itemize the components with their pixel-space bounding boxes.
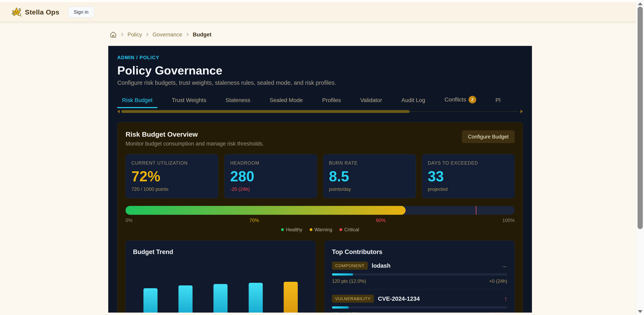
tab-trust-weights[interactable]: Trust Weights <box>167 94 211 108</box>
risk-budget-overview-card: Risk Budget Overview Monitor budget cons… <box>117 122 523 312</box>
contributor-progress-track <box>332 306 507 308</box>
legend-item-warning: Warning <box>310 227 332 232</box>
critical-dot-icon <box>340 228 342 231</box>
trend-bar-12/1 <box>144 288 158 312</box>
policy-governance-panel: ADMIN / POLICY Policy Governance Configu… <box>108 46 532 312</box>
stat-grid: CURRENT UTILIZATION 72% 720 / 1000 point… <box>126 154 515 198</box>
contributor-item-cve-2024-1234: VULNERABILITY CVE-2024-1234 ↑ 95 pts (9.… <box>332 295 507 312</box>
tab-scrollbar-thumb[interactable] <box>121 110 410 113</box>
contributor-delta: +0 (24h) <box>489 278 507 284</box>
contributor-name: lodash <box>372 262 390 269</box>
scale-label-70: 70% <box>249 218 259 223</box>
tab-scroll-right-arrow-icon[interactable] <box>520 110 523 113</box>
tab-scrollbar <box>117 110 523 113</box>
stella-ops-logo-icon <box>11 7 22 17</box>
top-strip <box>0 0 636 3</box>
contributor-drilldown-arrow-icon[interactable]: → <box>501 262 507 269</box>
overview-title: Risk Budget Overview <box>126 130 264 138</box>
contributor-progress-fill <box>332 273 353 275</box>
status-legend: Healthy Warning Critical <box>126 227 515 232</box>
contributor-trend-up-arrow-icon[interactable]: ↑ <box>504 295 507 302</box>
budget-utilization-bar <box>126 206 515 215</box>
tab-staleness[interactable]: Staleness <box>221 94 255 108</box>
tab-audit-log[interactable]: Audit Log <box>396 94 430 108</box>
tab-bar: Risk Budget Trust Weights Staleness Seal… <box>117 93 523 108</box>
tab-profiles[interactable]: Profiles <box>317 94 346 108</box>
contributor-item-lodash: COMPONENT lodash → 120 pts (12.0%) +0 (2… <box>332 262 507 284</box>
contributor-points: 120 pts (12.0%) <box>332 278 366 284</box>
critical-threshold-marker <box>476 206 476 215</box>
breadcrumb-current-budget: Budget <box>193 32 212 38</box>
contributor-stats: 95 pts (9.5%) +10 (24h) <box>332 311 507 312</box>
tab-risk-budget[interactable]: Risk Budget <box>117 94 157 108</box>
breadcrumb-link-policy[interactable]: Policy <box>128 32 142 38</box>
contributor-type-badge: COMPONENT <box>332 262 368 270</box>
legend-item-critical: Critical <box>340 227 359 232</box>
main-content: › Policy › Governance › Budget ADMIN / P… <box>108 30 532 315</box>
contributor-progress-track <box>332 273 507 275</box>
legend-item-healthy: Healthy <box>281 227 302 232</box>
chevron-right-icon: › <box>186 30 189 38</box>
budget-scale-labels: 0% 70% 90% 100% <box>126 218 515 223</box>
contributors-list: COMPONENT lodash → 120 pts (12.0%) +0 (2… <box>332 262 507 312</box>
page-title: Policy Governance <box>117 64 523 77</box>
breadcrumb: › Policy › Governance › Budget <box>108 30 532 39</box>
budget-utilization-fill <box>126 206 406 215</box>
conflicts-count-badge: 2 <box>468 96 476 103</box>
budget-trend-title: Budget Trend <box>133 248 308 256</box>
overview-subtitle: Monitor budget consumption and manage ri… <box>126 141 264 147</box>
trend-bar-12/15 <box>214 284 228 312</box>
breadcrumb-link-governance[interactable]: Governance <box>152 32 182 38</box>
tab-scrollbar-track[interactable] <box>121 110 519 113</box>
header-bar: Stella Ops Sign in <box>0 3 636 22</box>
trend-bar-12/22 <box>249 283 263 312</box>
stat-card-burn-rate: BURN RATE 8.5 points/day <box>323 154 416 198</box>
page-eyebrow: ADMIN / POLICY <box>117 55 523 60</box>
tab-sealed-mode[interactable]: Sealed Mode <box>265 94 308 108</box>
scale-label-90: 90% <box>376 218 386 223</box>
configure-budget-button[interactable]: Configure Budget <box>462 130 515 143</box>
tab-scroll-left-arrow-icon[interactable] <box>117 110 120 113</box>
contributor-progress-fill <box>332 306 349 308</box>
page-subtitle: Configure risk budgets, trust weights, s… <box>117 80 523 86</box>
divider <box>332 289 507 289</box>
home-icon[interactable] <box>110 31 117 38</box>
stat-card-current-utilization: CURRENT UTILIZATION 72% 720 / 1000 point… <box>126 154 218 198</box>
chevron-right-icon: › <box>121 30 124 38</box>
trend-bar-12/29 <box>284 282 298 312</box>
trend-bar-12/8 <box>178 285 192 312</box>
top-contributors-title: Top Contributors <box>332 248 507 256</box>
scrollbar-up-arrow-icon[interactable] <box>638 3 642 5</box>
brand-title: Stella Ops <box>25 8 59 16</box>
tab-overflow-clipped[interactable]: Pl <box>491 94 506 108</box>
budget-trend-card: Budget Trend 12/112/812/1512/2212/29 <box>126 240 316 312</box>
contributor-stats: 120 pts (12.0%) +0 (24h) <box>332 278 507 284</box>
contributor-name: CVE-2024-1234 <box>378 295 420 302</box>
brand: Stella Ops <box>11 7 59 17</box>
warning-dot-icon <box>310 228 312 231</box>
contributor-points: 95 pts (9.5%) <box>332 311 361 312</box>
sign-in-button[interactable]: Sign in <box>68 7 94 18</box>
scale-label-100: 100% <box>502 218 515 223</box>
contributor-type-badge: VULNERABILITY <box>332 295 374 303</box>
stat-card-headroom: HEADROOM 280 -20 (24h) <box>224 154 317 198</box>
contributor-delta: +10 (24h) <box>486 311 507 312</box>
scrollbar-thumb[interactable] <box>638 7 643 229</box>
healthy-dot-icon <box>281 228 284 231</box>
page-scrollbar[interactable] <box>636 0 644 315</box>
budget-trend-chart <box>133 260 308 312</box>
scrollbar-down-arrow-icon[interactable] <box>638 310 642 313</box>
scale-label-0: 0% <box>126 218 132 223</box>
chevron-right-icon: › <box>146 30 149 38</box>
top-contributors-card: Top Contributors COMPONENT lodash → <box>324 240 515 312</box>
stat-card-days-to-exceeded: DAYS TO EXCEEDED 33 projected <box>422 154 515 198</box>
tab-conflicts[interactable]: Conflicts 2 <box>440 93 481 108</box>
tab-validator[interactable]: Validator <box>356 94 387 108</box>
